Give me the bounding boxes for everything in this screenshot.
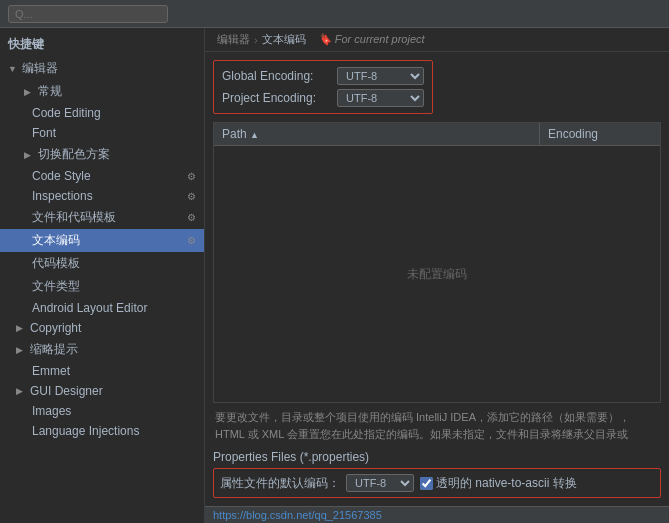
text-encoding-badge-icon: ⚙ <box>187 235 196 246</box>
sidebar: 快捷键 编辑器 常规 Code Editing Font 切换配色方案 Code… <box>0 28 205 523</box>
images-label: Images <box>32 404 71 418</box>
sidebar-item-emmet[interactable]: Emmet <box>0 361 204 381</box>
sidebar-item-images[interactable]: Images <box>0 401 204 421</box>
sidebar-item-gui-designer[interactable]: GUI Designer <box>0 381 204 401</box>
gui-designer-arrow-icon <box>16 386 26 396</box>
properties-encoding-select[interactable]: UTF-8 UTF-16 GBK <box>346 474 414 492</box>
live-templates-arrow-icon <box>16 345 26 355</box>
properties-row: 属性文件的默认编码： UTF-8 UTF-16 GBK 透明的 native-t… <box>213 468 661 498</box>
file-templates-badge-icon: ⚙ <box>187 212 196 223</box>
lang-injections-label: Language Injections <box>32 424 139 438</box>
code-style-badge-icon: ⚙ <box>187 171 196 182</box>
search-input[interactable] <box>8 5 168 23</box>
live-templates-label: 缩略提示 <box>30 341 78 358</box>
global-encoding-label: Global Encoding: <box>222 69 331 83</box>
sidebar-item-color-scheme[interactable]: 切换配色方案 <box>0 143 204 166</box>
top-bar <box>0 0 669 28</box>
project-encoding-select[interactable]: UTF-8 UTF-16 GBK ISO-8859-1 <box>337 89 424 107</box>
emmet-label: Emmet <box>32 364 70 378</box>
sidebar-section-editor[interactable]: 编辑器 <box>0 57 204 80</box>
gui-designer-label: GUI Designer <box>30 384 103 398</box>
project-encoding-row: Project Encoding: UTF-8 UTF-16 GBK ISO-8… <box>222 89 424 107</box>
sidebar-section-shortcuts: 快捷键 <box>0 32 204 57</box>
content-body: Global Encoding: UTF-8 UTF-16 GBK ISO-88… <box>205 52 669 506</box>
breadcrumb-part2: 文本编码 <box>262 32 306 47</box>
sidebar-item-code-templates[interactable]: 代码模板 <box>0 252 204 275</box>
global-encoding-row: Global Encoding: UTF-8 UTF-16 GBK ISO-88… <box>222 67 424 85</box>
table-body: 未配置编码 <box>214 146 660 402</box>
inspections-label: Inspections <box>32 189 93 203</box>
sidebar-item-inspections[interactable]: Inspections ⚙ <box>0 186 204 206</box>
sidebar-item-font[interactable]: Font <box>0 123 204 143</box>
sidebar-item-text-encoding[interactable]: 文本编码 ⚙ <box>0 229 204 252</box>
main-layout: 快捷键 编辑器 常规 Code Editing Font 切换配色方案 Code… <box>0 28 669 523</box>
code-editing-label: Code Editing <box>32 106 101 120</box>
project-encoding-label: Project Encoding: <box>222 91 331 105</box>
text-encoding-label: 文本编码 <box>32 232 80 249</box>
encoding-box: Global Encoding: UTF-8 UTF-16 GBK ISO-88… <box>213 60 433 114</box>
sidebar-item-file-templates[interactable]: 文件和代码模板 ⚙ <box>0 206 204 229</box>
breadcrumb-part1: 编辑器 <box>217 32 250 47</box>
native-to-ascii-wrap: 透明的 native-to-ascii 转换 <box>420 475 577 492</box>
url-bar: https://blog.csdn.net/qq_21567385 <box>205 506 669 523</box>
code-templates-label: 代码模板 <box>32 255 80 272</box>
sidebar-item-code-style[interactable]: Code Style ⚙ <box>0 166 204 186</box>
sidebar-item-lang-injections[interactable]: Language Injections <box>0 421 204 441</box>
table-header: Path Encoding <box>214 123 660 146</box>
android-layout-label: Android Layout Editor <box>32 301 147 315</box>
breadcrumb: 编辑器 › 文本编码 🔖 For current project <box>205 28 669 52</box>
normal-arrow-icon <box>24 87 34 97</box>
info-text: 要更改文件，目录或整个项目使用的编码 IntelliJ IDEA，添加它的路径（… <box>213 409 661 442</box>
font-label: Font <box>32 126 56 140</box>
inspections-badge-icon: ⚙ <box>187 191 196 202</box>
copyright-label: Copyright <box>30 321 81 335</box>
content-area: 编辑器 › 文本编码 🔖 For current project Global … <box>205 28 669 523</box>
sidebar-item-code-editing[interactable]: Code Editing <box>0 103 204 123</box>
sidebar-section-editor-label: 编辑器 <box>22 60 58 77</box>
encoding-table: Path Encoding 未配置编码 <box>213 122 661 403</box>
color-scheme-arrow-icon <box>24 150 34 160</box>
copyright-arrow-icon <box>16 323 26 333</box>
editor-arrow-icon <box>8 64 18 74</box>
properties-section: Properties Files (*.properties) 属性文件的默认编… <box>213 450 661 498</box>
sort-asc-icon <box>250 127 259 141</box>
properties-default-label: 属性文件的默认编码： <box>220 475 340 492</box>
sidebar-item-file-types[interactable]: 文件类型 <box>0 275 204 298</box>
native-to-ascii-label: 透明的 native-to-ascii 转换 <box>436 475 577 492</box>
breadcrumb-separator: › <box>254 34 258 46</box>
sidebar-item-live-templates[interactable]: 缩略提示 <box>0 338 204 361</box>
file-types-label: 文件类型 <box>32 278 80 295</box>
empty-text: 未配置编码 <box>407 266 467 283</box>
table-col-path: Path <box>214 123 540 145</box>
properties-title: Properties Files (*.properties) <box>213 450 661 464</box>
sidebar-item-copyright[interactable]: Copyright <box>0 318 204 338</box>
sidebar-item-android-layout[interactable]: Android Layout Editor <box>0 298 204 318</box>
sidebar-item-normal[interactable]: 常规 <box>0 80 204 103</box>
global-encoding-select[interactable]: UTF-8 UTF-16 GBK ISO-8859-1 <box>337 67 424 85</box>
table-col-encoding: Encoding <box>540 123 660 145</box>
file-templates-label: 文件和代码模板 <box>32 209 116 226</box>
color-scheme-label: 切换配色方案 <box>38 146 110 163</box>
sidebar-item-normal-label: 常规 <box>38 83 62 100</box>
native-to-ascii-checkbox[interactable] <box>420 477 433 490</box>
code-style-label: Code Style <box>32 169 91 183</box>
breadcrumb-note: 🔖 For current project <box>318 33 425 46</box>
